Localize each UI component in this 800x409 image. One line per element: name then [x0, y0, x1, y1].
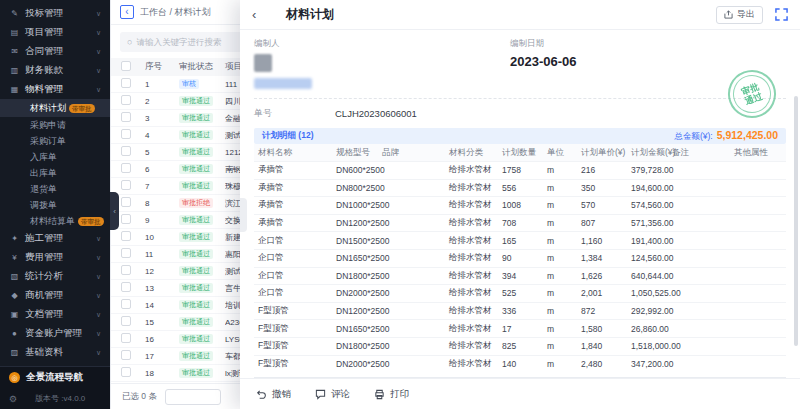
print-button[interactable]: 打印	[374, 388, 409, 401]
sidebar-section-label: 项目管理	[25, 26, 63, 39]
row-checkbox[interactable]	[121, 197, 131, 207]
row-checkbox[interactable]	[121, 316, 131, 326]
back-button[interactable]: ‹	[120, 5, 134, 19]
status-badge: 审批通过	[179, 266, 213, 276]
export-button[interactable]: 导出	[716, 6, 763, 24]
table-row[interactable]: F型顶管 DN1200*2500 给排水管材 336 m 872 292,992…	[254, 302, 786, 320]
cell-price: 350	[581, 183, 631, 193]
row-checkbox[interactable]	[121, 146, 131, 156]
section-icon: ▣	[9, 310, 20, 319]
sidebar-submenu-item[interactable]: 采购申请	[0, 117, 110, 133]
table-row[interactable]: F型顶管 DN1650*2500 给排水管材 17 m 1,580 26,860…	[254, 319, 786, 337]
table-row[interactable]: 承插管 DN1000*2500 给排水管材 1008 m 570 574,560…	[254, 196, 786, 214]
page-size-select[interactable]	[165, 389, 221, 405]
cell-qty: 90	[502, 253, 547, 263]
section-icon: ▦	[9, 85, 20, 94]
table-row[interactable]: 承插管 DN1200*2500 给排水管材 708 m 807 571,356.…	[254, 214, 786, 232]
section-icon: ✦	[9, 234, 20, 243]
status-badge: 审批通过	[179, 113, 213, 123]
row-checkbox[interactable]	[121, 231, 131, 241]
row-checkbox[interactable]	[121, 95, 131, 105]
cell-name: 企口管	[258, 270, 336, 282]
sidebar-section-item[interactable]: ✉ 合同管理 ∨	[0, 42, 110, 61]
section-icon: ▨	[9, 348, 20, 357]
row-checkbox[interactable]	[121, 350, 131, 360]
row-checkbox[interactable]	[121, 299, 131, 309]
cell-unit: m	[547, 359, 581, 369]
sidebar-submenu-item[interactable]: 材料计划 带审批	[0, 99, 110, 117]
sidebar-section-label: 物料管理	[25, 83, 63, 96]
row-checkbox[interactable]	[121, 180, 131, 190]
print-icon	[374, 389, 385, 400]
select-all-checkbox[interactable]	[121, 61, 131, 71]
row-checkbox[interactable]	[121, 282, 131, 292]
cell-price: 2,001	[581, 288, 631, 298]
row-checkbox[interactable]	[121, 163, 131, 173]
undo-button[interactable]: 撤销	[256, 388, 291, 401]
status-badge: 审批拒绝	[179, 198, 213, 208]
sidebar-collapse-handle[interactable]: ‹	[110, 192, 119, 230]
row-checkbox[interactable]	[121, 265, 131, 275]
sidebar-section-item[interactable]: ✦ 施工管理 ∨	[0, 229, 110, 248]
order-no-value: CLJH20230606001	[335, 108, 417, 119]
sidebar-section-item[interactable]: ▥ 财务账款 ∨	[0, 61, 110, 80]
gear-icon[interactable]: ⚙	[9, 394, 17, 404]
status-badge: 审批通过	[179, 368, 213, 378]
sidebar-section-label: 投标管理	[25, 7, 63, 20]
table-row[interactable]: 企口管 DN2000*2500 给排水管材 525 m 2,001 1,050,…	[254, 284, 786, 302]
sidebar-section-item[interactable]: ¥ 费用管理 ∨	[0, 248, 110, 267]
row-checkbox[interactable]	[121, 333, 131, 343]
sidebar-section-item[interactable]: ✎ 投标管理 ∨	[0, 4, 110, 23]
panorama-flow-nav[interactable]: ◎ 全景流程导航	[0, 366, 110, 388]
table-row[interactable]: 企口管 DN1800*2500 给排水管材 394 m 1,626 640,64…	[254, 267, 786, 285]
fullscreen-icon[interactable]	[775, 8, 788, 21]
chevron-down-icon: ∨	[96, 292, 101, 300]
sidebar-submenu-item[interactable]: 调拨单	[0, 197, 110, 213]
sidebar-section-item[interactable]: ▨ 基础资料 ∨	[0, 343, 110, 362]
sidebar-submenu-item[interactable]: 材料结算单 带审批	[0, 213, 110, 229]
table-row[interactable]: 企口管 DN1650*2500 给排水管材 90 m 1,384 124,560…	[254, 249, 786, 267]
sidebar-submenu-item[interactable]: 退货单	[0, 181, 110, 197]
table-row[interactable]: 企口管 DN1500*2500 给排水管材 165 m 1,160 191,40…	[254, 231, 786, 249]
creator-name-redacted	[254, 78, 312, 89]
sidebar-submenu-item[interactable]: 出库单	[0, 165, 110, 181]
cell-price: 570	[581, 200, 631, 210]
cell-qty: 708	[502, 218, 547, 228]
plan-detail-tab[interactable]: 计划明细 (12)	[262, 130, 313, 142]
row-checkbox[interactable]	[121, 112, 131, 122]
row-checkbox[interactable]	[121, 248, 131, 258]
sidebar-section-label: 施工管理	[25, 232, 63, 245]
row-checkbox[interactable]	[121, 78, 131, 88]
plan-detail-bar: 计划明细 (12) 总金额(¥): 5,912,425.00	[254, 128, 786, 144]
row-checkbox[interactable]	[121, 367, 131, 377]
table-row[interactable]: 承插管 DN600*2500 给排水管材 1758 m 216 379,728.…	[254, 161, 786, 179]
table-row[interactable]: F型顶管 DN2000*2500 给排水管材 140 m 2,480 347,2…	[254, 355, 786, 373]
cell-price: 872	[581, 306, 631, 316]
drawer-back-icon[interactable]: ‹	[252, 7, 266, 22]
table-row[interactable]: 承插管 DN800*2500 给排水管材 556 m 350 194,600.0…	[254, 179, 786, 197]
sidebar-section-item[interactable]: ▤ 项目管理 ∨	[0, 23, 110, 42]
app-root: ✎ 投标管理 ∨ ▤ 项目管理 ∨ ✉ 合同管理 ∨ ▥	[0, 0, 800, 409]
row-no: 2	[145, 97, 179, 106]
section-icon: ✉	[9, 47, 20, 56]
sidebar-section-item[interactable]: ▧ 统计分析 ∨	[0, 267, 110, 286]
sidebar-section-item[interactable]: ◆ 商机管理 ∨	[0, 286, 110, 305]
sidebar-submenu-item[interactable]: 入库单	[0, 149, 110, 165]
cell-amount: 191,400.00	[631, 236, 672, 246]
row-checkbox[interactable]	[121, 129, 131, 139]
cell-category: 给排水管材	[449, 182, 502, 194]
cell-qty: 17	[502, 324, 547, 334]
sidebar-submenu-item[interactable]: 采购订单	[0, 133, 110, 149]
table-row[interactable]: F型顶管 DN1800*2500 给排水管材 825 m 1,840 1,518…	[254, 337, 786, 355]
breadcrumb-root[interactable]: 工作台	[140, 7, 167, 17]
date-value: 2023-06-06	[510, 54, 786, 69]
comment-button[interactable]: 评论	[315, 388, 350, 401]
comment-icon	[315, 389, 326, 400]
sidebar-section-material[interactable]: ▦ 物料管理 ∨	[0, 80, 110, 99]
cell-spec: DN1200*2500	[336, 306, 382, 316]
drawer-scrollbar[interactable]	[794, 96, 798, 346]
row-checkbox[interactable]	[121, 214, 131, 224]
sidebar-section-item[interactable]: ▣ 文档管理 ∨	[0, 305, 110, 324]
drawer-collapse-handle[interactable]	[240, 198, 247, 232]
sidebar-section-item[interactable]: ● 资金账户管理 ∨	[0, 324, 110, 343]
